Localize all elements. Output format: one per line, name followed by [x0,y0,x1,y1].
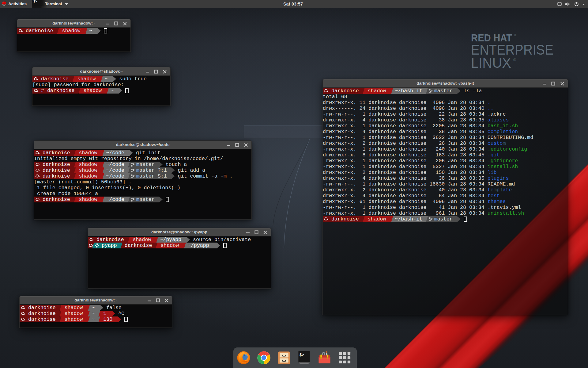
svg-text:®: ® [513,58,516,62]
svg-text:®: ® [514,33,516,37]
svg-text:LINUX: LINUX [471,55,511,71]
svg-text:$>: $> [33,0,37,3]
svg-text:$>: $> [300,353,304,357]
